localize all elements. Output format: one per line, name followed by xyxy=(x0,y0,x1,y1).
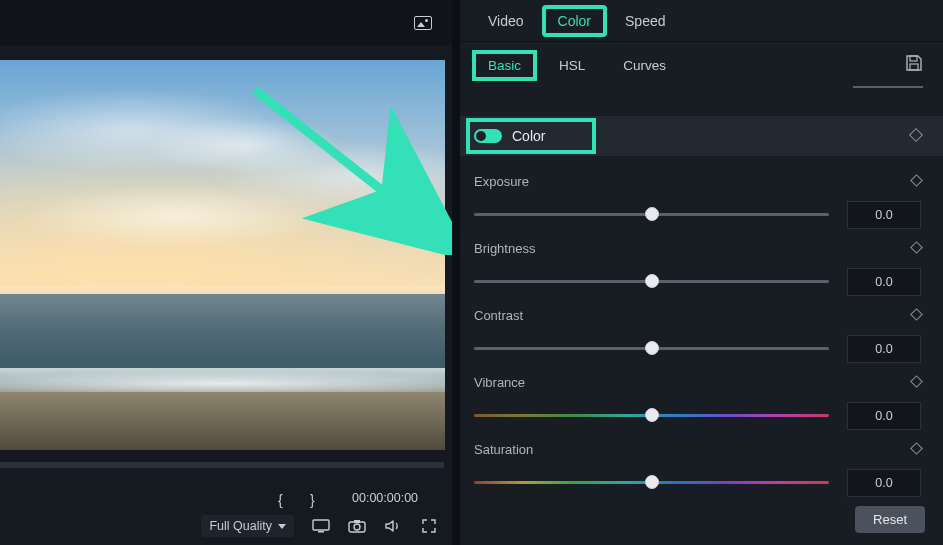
value-saturation[interactable]: 0.0 xyxy=(847,469,921,497)
mark-in-button[interactable]: { xyxy=(278,492,283,508)
tab-speed[interactable]: Speed xyxy=(611,7,679,35)
preview-topbar xyxy=(0,0,452,45)
inspector-pane: Video Color Speed Basic HSL Curves Color… xyxy=(460,0,943,545)
section-color-title: Color xyxy=(512,128,545,144)
pane-divider[interactable] xyxy=(452,0,460,545)
section-color-header: Color xyxy=(460,116,943,156)
subtab-hsl[interactable]: HSL xyxy=(545,52,599,79)
value-contrast[interactable]: 0.0 xyxy=(847,335,921,363)
tab-video[interactable]: Video xyxy=(474,7,538,35)
mark-out-button[interactable]: } xyxy=(310,492,315,508)
snapshot-icon[interactable] xyxy=(348,518,366,534)
preview-pane: { } 00:00:00:00 Full Quality xyxy=(0,0,452,545)
top-tabs: Video Color Speed xyxy=(460,0,943,42)
slider-brightness[interactable] xyxy=(474,275,829,289)
slider-exposure[interactable] xyxy=(474,208,829,222)
sub-tabs: Basic HSL Curves xyxy=(460,42,943,88)
quality-select[interactable]: Full Quality xyxy=(201,515,294,537)
value-brightness[interactable]: 0.0 xyxy=(847,268,921,296)
value-vibrance[interactable]: 0.0 xyxy=(847,402,921,430)
volume-icon[interactable] xyxy=(384,518,402,534)
quality-label: Full Quality xyxy=(209,519,272,533)
param-brightness: Brightness 0.0 xyxy=(474,241,921,296)
label-contrast: Contrast xyxy=(474,308,921,323)
keyframe-icon[interactable] xyxy=(909,128,923,142)
svg-point-3 xyxy=(354,524,360,530)
param-exposure: Exposure 0.0 xyxy=(474,174,921,229)
slider-saturation[interactable] xyxy=(474,476,829,490)
svg-rect-0 xyxy=(313,520,329,530)
svg-rect-6 xyxy=(910,64,918,70)
label-brightness: Brightness xyxy=(474,241,921,256)
svg-rect-1 xyxy=(318,531,324,533)
sub-underline xyxy=(853,86,923,88)
panel-body: Exposure 0.0 Brightness 0.0 Contrast xyxy=(460,156,943,497)
label-vibrance: Vibrance xyxy=(474,375,921,390)
slider-vibrance[interactable] xyxy=(474,409,829,423)
svg-rect-5 xyxy=(910,56,917,61)
slider-contrast[interactable] xyxy=(474,342,829,356)
value-exposure[interactable]: 0.0 xyxy=(847,201,921,229)
label-saturation: Saturation xyxy=(474,442,921,457)
param-saturation: Saturation 0.0 xyxy=(474,442,921,497)
timecode: 00:00:00:00 xyxy=(352,491,418,505)
chevron-down-icon xyxy=(278,524,286,529)
display-icon[interactable] xyxy=(312,518,330,534)
subtab-curves[interactable]: Curves xyxy=(609,52,680,79)
param-vibrance: Vibrance 0.0 xyxy=(474,375,921,430)
reset-button[interactable]: Reset xyxy=(855,506,925,533)
subtab-basic[interactable]: Basic xyxy=(474,52,535,79)
tab-color[interactable]: Color xyxy=(544,7,605,35)
color-toggle[interactable] xyxy=(474,129,502,143)
preview-video[interactable] xyxy=(0,60,445,450)
fullscreen-icon[interactable] xyxy=(420,518,438,534)
image-icon[interactable] xyxy=(414,16,432,30)
label-exposure: Exposure xyxy=(474,174,921,189)
param-contrast: Contrast 0.0 xyxy=(474,308,921,363)
preview-controls: Full Quality xyxy=(0,511,444,541)
scrub-track[interactable] xyxy=(0,462,444,468)
timeline-bar: { } 00:00:00:00 xyxy=(0,460,444,514)
svg-rect-4 xyxy=(354,520,360,523)
save-preset-icon[interactable] xyxy=(905,54,923,72)
